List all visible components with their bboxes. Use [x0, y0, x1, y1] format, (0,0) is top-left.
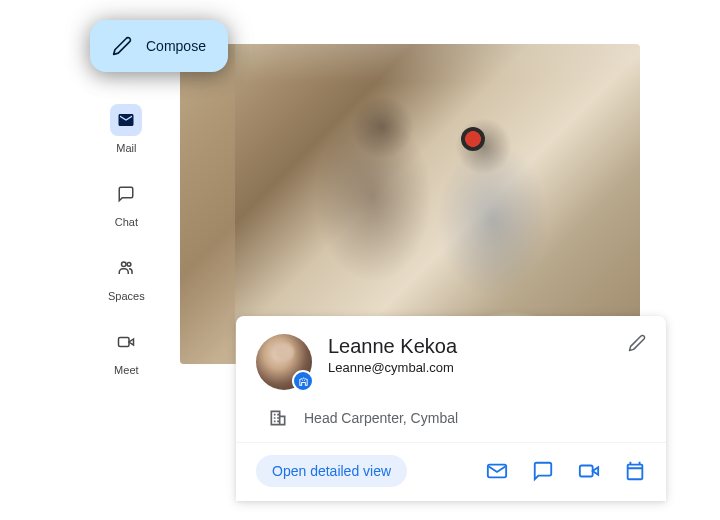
nav-chat-label: Chat: [115, 216, 138, 228]
svg-point-1: [127, 262, 131, 266]
contact-header: Leanne Kekoa Leanne@cymbal.com: [236, 316, 666, 398]
avatar-wrap: [256, 334, 312, 390]
nav-spaces[interactable]: Spaces: [108, 252, 145, 302]
pencil-icon: [112, 36, 132, 56]
spaces-icon: [110, 252, 142, 284]
nav-meet[interactable]: Meet: [108, 326, 145, 376]
action-video-icon[interactable]: [578, 460, 600, 482]
nav-meet-label: Meet: [114, 364, 138, 376]
compose-button[interactable]: Compose: [90, 20, 228, 72]
svg-rect-2: [119, 338, 130, 347]
compose-label: Compose: [146, 38, 206, 54]
contact-actions: Open detailed view: [236, 442, 666, 501]
nav-mail-label: Mail: [116, 142, 136, 154]
svg-rect-4: [580, 466, 593, 477]
sidebar-nav: Mail Chat Spaces Meet: [108, 104, 145, 376]
nav-mail[interactable]: Mail: [108, 104, 145, 154]
contact-role: Head Carpenter, Cymbal: [304, 410, 458, 426]
action-chat-icon[interactable]: [532, 460, 554, 482]
nav-spaces-label: Spaces: [108, 290, 145, 302]
contact-role-row: Head Carpenter, Cymbal: [236, 398, 666, 442]
action-calendar-icon[interactable]: [624, 460, 646, 482]
org-badge-icon: [292, 370, 314, 392]
building-icon: [268, 408, 288, 428]
contact-email: Leanne@cymbal.com: [328, 360, 612, 375]
contact-card: Leanne Kekoa Leanne@cymbal.com Head Carp…: [236, 316, 666, 501]
chat-icon: [110, 178, 142, 210]
mail-icon: [110, 104, 142, 136]
nav-chat[interactable]: Chat: [108, 178, 145, 228]
action-mail-icon[interactable]: [486, 460, 508, 482]
contact-name: Leanne Kekoa: [328, 334, 612, 359]
svg-point-0: [122, 262, 127, 267]
open-detailed-view-button[interactable]: Open detailed view: [256, 455, 407, 487]
meet-icon: [110, 326, 142, 358]
edit-contact-button[interactable]: [628, 334, 646, 352]
quick-actions: [486, 460, 646, 482]
contact-info: Leanne Kekoa Leanne@cymbal.com: [328, 334, 612, 375]
